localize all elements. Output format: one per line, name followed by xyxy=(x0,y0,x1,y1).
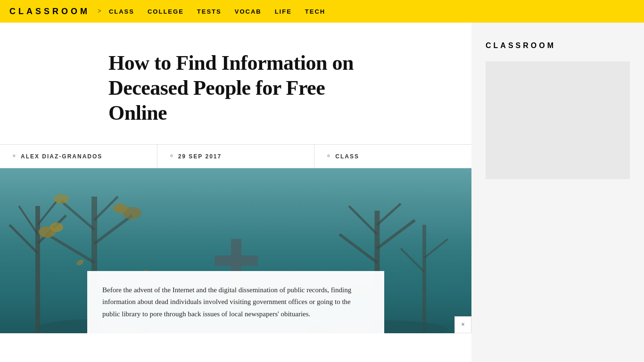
nav-item-vocab[interactable]: VOCAB xyxy=(235,8,262,15)
clock-icon: ⚬ xyxy=(169,152,174,160)
category-meta: ⚬ CLASS xyxy=(314,145,471,168)
main-nav: CLASS COLLEGE TESTS VOCAB LIFE TECH xyxy=(109,8,325,15)
author-text: ALEX DIAZ-GRANADOS xyxy=(21,153,102,160)
category-text[interactable]: CLASS xyxy=(335,153,359,160)
sidebar: CLASSROOM xyxy=(471,23,644,362)
article-header: How to Find Information on Deceased Peop… xyxy=(0,23,471,144)
nav-item-life[interactable]: LIFE xyxy=(275,8,292,15)
site-header: CLASSROOM > CLASS COLLEGE TESTS VOCAB LI… xyxy=(0,0,644,23)
sidebar-logo[interactable]: CLASSROOM xyxy=(486,41,630,50)
breadcrumb-arrow: > xyxy=(98,8,101,15)
header-logo[interactable]: CLASSROOM xyxy=(9,7,90,16)
close-button[interactable]: × xyxy=(454,316,471,333)
sidebar-ad xyxy=(486,61,630,179)
nav-item-tech[interactable]: TECH xyxy=(305,8,325,15)
article-title: How to Find Information on Deceased Peop… xyxy=(108,51,363,125)
date-text: 29 SEP 2017 xyxy=(178,153,222,160)
author-meta: ⚬ ALEX DIAZ-GRANADOS xyxy=(0,145,157,168)
tag-icon: ⚬ xyxy=(326,152,331,160)
content-area: How to Find Information on Deceased Peop… xyxy=(0,23,471,362)
date-meta: ⚬ 29 SEP 2017 xyxy=(157,145,315,168)
nav-item-college[interactable]: COLLEGE xyxy=(148,8,184,15)
author-icon: ⚬ xyxy=(11,152,17,160)
nav-item-tests[interactable]: TESTS xyxy=(197,8,222,15)
intro-text-box: Before the advent of the Internet and th… xyxy=(87,271,384,334)
meta-bar: ⚬ ALEX DIAZ-GRANADOS ⚬ 29 SEP 2017 ⚬ CLA… xyxy=(0,144,471,168)
main-layout: How to Find Information on Deceased Peop… xyxy=(0,23,644,362)
nav-item-class[interactable]: CLASS xyxy=(109,8,134,15)
hero-image-container: Before the advent of the Internet and th… xyxy=(0,168,471,333)
intro-paragraph: Before the advent of the Internet and th… xyxy=(102,284,369,321)
